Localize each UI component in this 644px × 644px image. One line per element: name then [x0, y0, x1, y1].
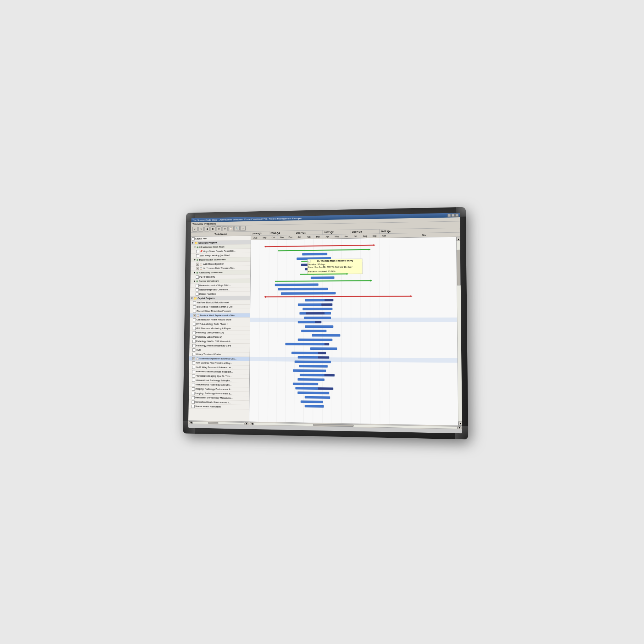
task-row[interactable]: Pathology: NWS - CSR Haematolo...	[190, 339, 250, 344]
task-checkbox[interactable]	[192, 379, 195, 382]
task-row[interactable]: 4th Floor Block & Refurbishment	[190, 300, 250, 305]
expand-icon[interactable]: ▼	[193, 271, 196, 274]
task-checkbox[interactable]	[192, 340, 196, 343]
expand-icon[interactable]: ▼	[193, 280, 196, 283]
task-checkbox[interactable]: ✓	[196, 267, 199, 270]
task-row[interactable]: ENT & Audiology Suite Phase II	[190, 322, 250, 326]
svg-rect-64	[325, 343, 329, 345]
task-checkbox[interactable]	[196, 284, 199, 287]
minimize-button[interactable]: -	[447, 214, 451, 217]
task-checkbox[interactable]	[192, 400, 195, 403]
gantt-year-cell: 2007 Q1	[295, 230, 323, 235]
toolbar-btn-8[interactable]: 🔧	[234, 226, 240, 231]
task-checkbox[interactable]	[192, 370, 195, 373]
menu-item-treeview[interactable]: Treeview Properties	[192, 222, 216, 226]
task-checkbox[interactable]	[192, 396, 195, 399]
task-checkbox[interactable]	[192, 237, 195, 240]
task-list[interactable]: Capital Plan ▼ 📁 Strategic Projects ▼ ◉ …	[188, 236, 251, 421]
expand-icon[interactable]: ▼	[191, 297, 193, 300]
task-checkbox[interactable]	[192, 335, 196, 338]
task-checkbox[interactable]	[196, 254, 199, 257]
toolbar-btn-6[interactable]: ⊟	[222, 226, 227, 231]
expand-icon[interactable]: ▼	[192, 241, 194, 244]
task-row[interactable]: ▼ ◉ Cancer Workstream	[190, 279, 250, 284]
scroll-right-btn[interactable]: ▶	[245, 422, 248, 425]
toolbar-btn-4[interactable]: ▶|	[210, 226, 215, 231]
task-checkbox[interactable]	[196, 292, 199, 296]
toolbar-btn-5[interactable]: ⊞	[216, 226, 221, 231]
task-checkbox[interactable]	[193, 318, 196, 321]
task-checkbox[interactable]	[192, 361, 195, 364]
group-icon: ◉	[197, 246, 199, 249]
task-label: Strategic Projects	[198, 241, 218, 244]
task-checkbox[interactable]	[196, 250, 199, 253]
task-checkbox[interactable]	[193, 322, 196, 325]
svg-rect-79	[297, 391, 329, 394]
task-checkbox[interactable]	[193, 331, 196, 334]
svg-rect-78	[318, 387, 333, 390]
gantt-month-cell: Oct	[380, 234, 389, 238]
task-checkbox[interactable]	[193, 310, 196, 313]
task-row[interactable]: Decant Facilities	[190, 292, 250, 297]
task-row-highlighted[interactable]: ✓ 📋 Bostock Ward Replacement of Wa...	[190, 313, 250, 318]
gantt-month-cell: Aug	[251, 236, 260, 240]
task-label: A&E Reconfiguration	[203, 263, 224, 265]
gantt-scroll-thumb[interactable]	[313, 424, 353, 427]
close-button[interactable]: ×	[455, 214, 458, 217]
vscroll-up-btn[interactable]: ▲	[457, 237, 461, 241]
toolbar-btn-3[interactable]: |◀	[204, 226, 209, 231]
task-hscroll[interactable]: ◀ ▶	[188, 420, 249, 425]
task-checkbox[interactable]: ✓	[193, 314, 196, 317]
gantt-scroll-right-btn[interactable]: ▶	[458, 426, 462, 429]
toolbar-btn-7[interactable]: 📋	[228, 226, 233, 231]
task-row[interactable]: Redevelopment of Guys Site I...	[190, 283, 250, 288]
task-row-highlighted[interactable]: ✓ 📋 Maternity Expansion Business Cas...	[189, 357, 250, 361]
svg-rect-15	[250, 318, 457, 322]
task-checkbox[interactable]	[193, 301, 196, 304]
gantt-scroll-left-btn[interactable]: ◀	[250, 422, 254, 425]
task-row[interactable]: Kidney Treatment Center	[189, 352, 250, 357]
scroll-left-btn[interactable]: ◀	[189, 421, 193, 424]
task-checkbox[interactable]	[192, 387, 195, 391]
task-checkbox[interactable]	[192, 383, 195, 386]
task-row[interactable]: Centralisation Health Record Store	[190, 318, 250, 322]
expand-icon[interactable]: ▼	[194, 246, 196, 249]
task-label: Pathology Labs (Phase 1A)	[196, 331, 224, 334]
task-checkbox[interactable]	[196, 288, 199, 291]
task-checkbox[interactable]	[192, 374, 195, 377]
task-checkbox[interactable]: ✓	[192, 357, 195, 360]
vscroll-thumb[interactable]	[457, 250, 461, 286]
task-label: Guys Tower Façade Feasabilit...	[203, 250, 236, 253]
task-row[interactable]: Blundell Ward Relocation Florence	[190, 309, 250, 314]
task-checkbox[interactable]	[192, 344, 196, 347]
scroll-thumb[interactable]	[208, 422, 219, 424]
task-label: ENT & Audiology Suite Phase II	[196, 323, 228, 325]
task-row[interactable]: HDR	[189, 348, 250, 353]
task-checkbox[interactable]	[192, 353, 196, 356]
task-row[interactable]: GLI Structural Monitoring & Repair	[190, 326, 250, 331]
task-checkbox[interactable]	[192, 405, 195, 408]
task-checkbox[interactable]: ✓	[196, 263, 199, 266]
task-row-group[interactable]: ▼ 📁 Capital Projects	[190, 296, 250, 301]
gantt-svg: St. Thomas Main Theatres Study Duration:…	[249, 237, 458, 425]
toolbar-btn-9[interactable]: ?	[240, 226, 246, 231]
task-checkbox[interactable]	[192, 366, 195, 369]
task-label: Paediatric Neurosciences Feasibilit...	[196, 370, 233, 373]
task-row[interactable]: Bio Medical Research Center & CRI	[190, 305, 250, 309]
expand-icon[interactable]: ▼	[194, 258, 196, 261]
toolbar-btn-1[interactable]: ↩	[192, 227, 198, 232]
task-checkbox[interactable]	[193, 327, 196, 330]
task-row[interactable]: Radiotherapy and Chemothe...	[190, 287, 250, 292]
task-checkbox[interactable]	[192, 348, 196, 352]
vscroll-down-btn[interactable]: ▼	[458, 421, 462, 425]
task-checkbox[interactable]	[193, 305, 196, 308]
toolbar-btn-2[interactable]: ↪	[198, 227, 203, 232]
task-row[interactable]: Pathology Labs (Phase 1A)	[190, 330, 250, 335]
task-checkbox[interactable]	[196, 275, 199, 279]
task-checkbox[interactable]	[192, 391, 195, 395]
task-row[interactable]: Pathology Labs (Phase 2)	[190, 335, 250, 339]
task-row[interactable]: Sexual Health Relocation	[189, 404, 249, 409]
maximize-button[interactable]: □	[451, 214, 454, 217]
scroll-track[interactable]	[192, 421, 245, 425]
task-row[interactable]: Pathology: Haematology Day Care	[189, 343, 250, 348]
